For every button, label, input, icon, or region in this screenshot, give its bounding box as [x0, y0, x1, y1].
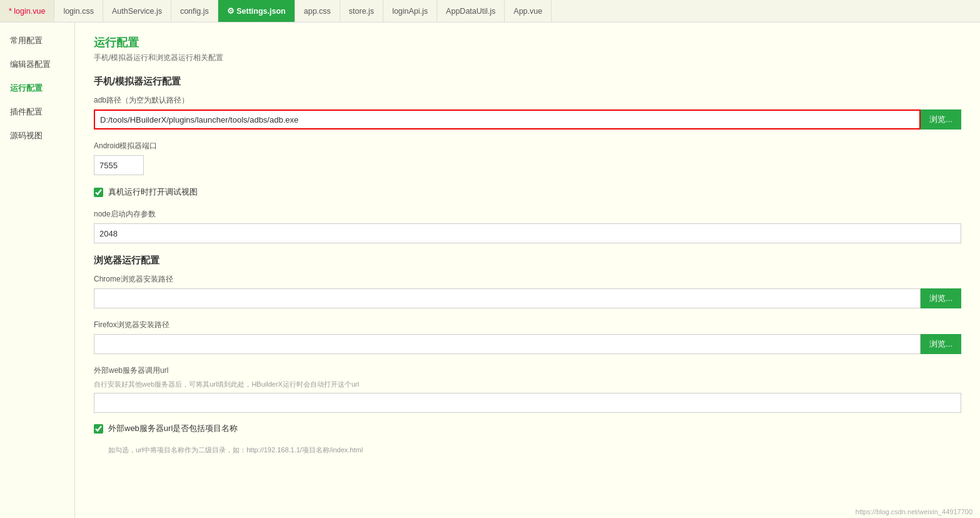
- chrome-browse-button[interactable]: 浏览...: [921, 288, 961, 308]
- tab-app-vue[interactable]: App.vue: [505, 0, 552, 23]
- phone-section-title: 手机/模拟器运行配置: [94, 76, 961, 88]
- tab-loginapi-js[interactable]: loginApi.js: [383, 0, 437, 23]
- include-project-checkbox-label: 外部web服务器url是否包括项目名称: [108, 423, 238, 434]
- layout: 常用配置编辑器配置运行配置插件配置源码视图 运行配置 手机/模拟器运行和浏览器运…: [0, 23, 980, 518]
- tab-authservice-js[interactable]: AuthService.js: [103, 0, 171, 23]
- sidebar-item-common[interactable]: 常用配置: [0, 29, 74, 53]
- tab-app-css[interactable]: app.css: [295, 0, 340, 23]
- page-title: 运行配置: [94, 35, 961, 50]
- tab-login-css[interactable]: login.css: [54, 0, 103, 23]
- chrome-input-row: 浏览...: [94, 288, 961, 308]
- android-port-label: Android模拟器端口: [94, 141, 961, 151]
- sidebar-item-source[interactable]: 源码视图: [0, 124, 74, 148]
- chrome-label: Chrome浏览器安装路径: [94, 274, 961, 285]
- node-label: node启动内存参数: [94, 209, 961, 220]
- external-url-sublabel: 自行安装好其他web服务器后，可将其url填到此处，HBuilderX运行时会自…: [94, 380, 961, 389]
- tab-bar: * login.vuelogin.cssAuthService.jsconfig…: [0, 0, 980, 23]
- tab-appdatautil-js[interactable]: AppDataUtil.js: [437, 0, 505, 23]
- chrome-path-input[interactable]: [94, 288, 921, 308]
- external-url-input-row: [94, 393, 961, 413]
- main-content: 运行配置 手机/模拟器运行和浏览器运行相关配置 手机/模拟器运行配置 adb路径…: [75, 23, 980, 518]
- tab-settings-json[interactable]: ⚙ Settings.json: [218, 0, 295, 23]
- debug-checkbox-label: 真机运行时打开调试视图: [108, 186, 198, 198]
- external-url-label: 外部web服务器调用url: [94, 365, 961, 376]
- node-memory-input[interactable]: [94, 223, 961, 243]
- adb-path-input[interactable]: [94, 109, 921, 130]
- page-subtitle: 手机/模拟器运行和浏览器运行相关配置: [94, 53, 961, 63]
- tab-config-js[interactable]: config.js: [171, 0, 218, 23]
- android-port-input[interactable]: [94, 155, 144, 175]
- include-project-checkbox[interactable]: [94, 424, 103, 434]
- sidebar-item-plugin[interactable]: 插件配置: [0, 100, 74, 124]
- firefox-path-input[interactable]: [94, 334, 921, 354]
- debug-checkbox-row: 真机运行时打开调试视图: [94, 186, 961, 198]
- firefox-label: Firefox浏览器安装路径: [94, 320, 961, 330]
- sidebar: 常用配置编辑器配置运行配置插件配置源码视图: [0, 23, 75, 518]
- include-project-sublabel: 如勾选，url中将项目名称作为二级目录，如：http://192.168.1.1…: [94, 445, 961, 455]
- include-project-checkbox-row: 外部web服务器url是否包括项目名称: [94, 423, 961, 434]
- sidebar-item-runtime[interactable]: 运行配置: [0, 76, 74, 100]
- sidebar-item-editor[interactable]: 编辑器配置: [0, 53, 74, 76]
- android-port-row: [94, 155, 961, 175]
- node-input-row: [94, 223, 961, 243]
- browser-section-title: 浏览器运行配置: [94, 255, 961, 267]
- external-url-input[interactable]: [94, 393, 961, 413]
- firefox-browse-button[interactable]: 浏览...: [921, 334, 961, 354]
- footer-link: https://blog.csdn.net/weixin_44917700: [848, 505, 980, 518]
- tab-store-js[interactable]: store.js: [340, 0, 383, 23]
- adb-browse-button[interactable]: 浏览...: [921, 109, 961, 130]
- tab-login-vue[interactable]: * login.vue: [0, 0, 54, 23]
- adb-input-row: 浏览...: [94, 109, 961, 130]
- adb-label: adb路径（为空为默认路径）: [94, 95, 961, 106]
- debug-checkbox[interactable]: [94, 188, 103, 197]
- firefox-input-row: 浏览...: [94, 334, 961, 354]
